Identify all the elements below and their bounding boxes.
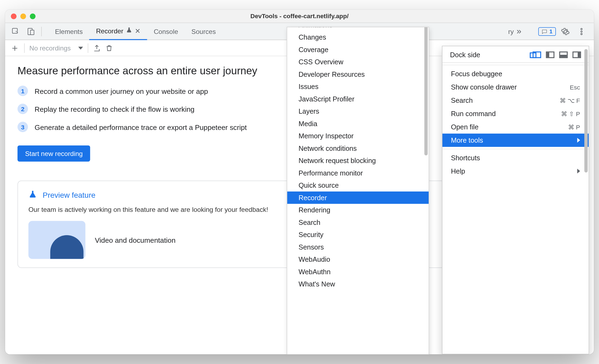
menu-item-label: Open file <box>451 123 479 131</box>
video-thumbnail[interactable] <box>28 221 85 259</box>
submenu-item[interactable]: Sensors <box>287 241 429 253</box>
submenu-item[interactable]: Security <box>287 229 429 241</box>
tab-console[interactable]: Console <box>147 23 185 40</box>
start-recording-button[interactable]: Start new recording <box>18 145 90 162</box>
overflow-tabs-icon[interactable]: » <box>517 26 521 36</box>
badge-count: 1 <box>549 28 553 35</box>
submenu-item[interactable]: Animations <box>287 27 429 31</box>
menu-item-label: Search <box>451 97 473 104</box>
close-tab-icon[interactable]: ✕ <box>135 27 141 35</box>
svg-rect-2 <box>30 30 34 34</box>
submenu-item[interactable]: Search <box>287 216 429 229</box>
tab-sources[interactable]: Sources <box>185 23 222 40</box>
menu-item[interactable]: Open file⌘ P <box>442 120 589 134</box>
window-title: DevTools - coffee-cart.netlify.app/ <box>5 12 594 20</box>
devtools-window: DevTools - coffee-cart.netlify.app/ Elem… <box>5 10 594 355</box>
video-title: Video and documentation <box>95 236 176 244</box>
tab-elements[interactable]: Elements <box>48 23 89 40</box>
menu-shortcut: ⌘ ⌥ F <box>560 97 580 104</box>
device-toolbar-icon[interactable] <box>24 25 37 38</box>
dock-side-row: Dock side <box>442 46 589 63</box>
dock-side-label: Dock side <box>450 51 480 59</box>
submenu-item[interactable]: Developer Resources <box>287 68 429 81</box>
scrollbar-thumb[interactable] <box>424 27 427 155</box>
submenu-item[interactable]: JavaScript Profiler <box>287 93 429 105</box>
submenu-item[interactable]: Media <box>287 117 429 130</box>
dock-left-icon[interactable] <box>546 52 555 58</box>
submenu-item[interactable]: Layers <box>287 105 429 118</box>
titlebar: DevTools - coffee-cart.netlify.app/ <box>5 10 594 23</box>
submenu-item[interactable]: Issues <box>287 81 429 93</box>
submenu-item[interactable]: Network request blocking <box>287 155 429 167</box>
submenu-item[interactable]: Network conditions <box>287 142 429 155</box>
tab-label: Sources <box>192 27 216 35</box>
submenu-item[interactable]: WebAudio <box>287 253 429 266</box>
submenu-arrow-icon <box>577 138 580 143</box>
hidden-tab-fragment: ry <box>508 27 514 35</box>
submenu-item[interactable]: Quick source <box>287 179 429 192</box>
submenu-item[interactable]: WebAuthn <box>287 266 429 278</box>
step-number: 1 <box>18 86 28 96</box>
menu-separator <box>442 149 589 149</box>
dropdown-placeholder: No recordings <box>29 44 71 52</box>
svg-point-3 <box>581 28 582 30</box>
dock-undock-icon[interactable] <box>533 52 541 58</box>
svg-rect-0 <box>12 28 17 33</box>
step-text: Record a common user journey on your web… <box>35 87 208 95</box>
delete-icon[interactable] <box>106 44 113 52</box>
menu-item[interactable]: More tools <box>442 134 589 147</box>
more-tools-submenu: AnimationsChangesCoverageCSS OverviewDev… <box>287 27 429 355</box>
svg-point-5 <box>581 33 582 34</box>
menu-item-label: More tools <box>451 136 483 144</box>
submenu-item[interactable]: Rendering <box>287 204 429 216</box>
svg-point-4 <box>581 31 582 32</box>
scrollbar-thumb[interactable] <box>584 49 587 173</box>
submenu-item[interactable]: CSS Overview <box>287 56 429 68</box>
settings-icon[interactable] <box>559 25 572 38</box>
submenu-scrollbar[interactable] <box>423 27 429 232</box>
submenu-item[interactable]: What's New <box>287 278 429 290</box>
menu-item[interactable]: Shortcuts <box>442 151 589 164</box>
menu-item-label: Focus debuggee <box>451 70 502 78</box>
tab-label: Recorder <box>96 27 123 35</box>
separator <box>88 43 88 53</box>
submenu-arrow-icon <box>577 169 580 174</box>
submenu-item[interactable]: Memory Inspector <box>287 130 429 142</box>
submenu-item[interactable]: Changes <box>287 31 429 44</box>
step-number: 2 <box>18 104 28 114</box>
menu-shortcut: Esc <box>570 84 580 91</box>
tab-label: Console <box>154 27 178 35</box>
separator <box>24 43 25 53</box>
recordings-dropdown[interactable]: No recordings <box>29 44 83 52</box>
submenu-item[interactable]: Coverage <box>287 43 429 56</box>
tab-recorder[interactable]: Recorder ✕ <box>89 23 147 40</box>
menu-item[interactable]: Run command⌘ ⇧ P <box>442 107 589 120</box>
step-text: Generate a detailed performance trace or… <box>35 123 247 131</box>
menu-scrollbar[interactable] <box>583 46 589 354</box>
inspect-element-icon[interactable] <box>9 25 22 38</box>
menu-item-label: Run command <box>451 110 496 117</box>
chevron-down-icon <box>78 46 83 49</box>
menu-item[interactable]: Search⌘ ⌥ F <box>442 94 589 107</box>
menu-shortcut: ⌘ P <box>568 123 580 130</box>
submenu-item[interactable]: Performance monitor <box>287 167 429 179</box>
menu-item[interactable]: Show console drawerEsc <box>442 81 589 94</box>
main-dropdown-menu: Dock side Focus debuggeeShow console dra… <box>442 46 589 355</box>
menu-item[interactable]: Focus debuggee <box>442 67 589 81</box>
dock-right-icon[interactable] <box>572 52 581 58</box>
preview-title: Preview feature <box>43 191 95 200</box>
separator <box>41 27 42 36</box>
tab-label: Elements <box>55 27 83 35</box>
menu-item[interactable]: Help <box>442 164 589 178</box>
menu-item-label: Show console drawer <box>451 83 517 91</box>
menu-item-label: Shortcuts <box>451 154 480 162</box>
add-recording-icon[interactable]: ＋ <box>10 41 20 54</box>
step-text: Replay the recording to check if the flo… <box>35 105 195 113</box>
submenu-item[interactable]: Recorder <box>287 191 429 204</box>
more-menu-icon[interactable] <box>575 25 588 38</box>
dock-bottom-icon[interactable] <box>559 52 568 58</box>
issues-badge[interactable]: 1 <box>539 27 556 36</box>
flask-icon <box>126 27 132 35</box>
tabs-list: Elements Recorder ✕ Console Sources <box>48 23 222 40</box>
export-icon[interactable] <box>93 44 101 52</box>
